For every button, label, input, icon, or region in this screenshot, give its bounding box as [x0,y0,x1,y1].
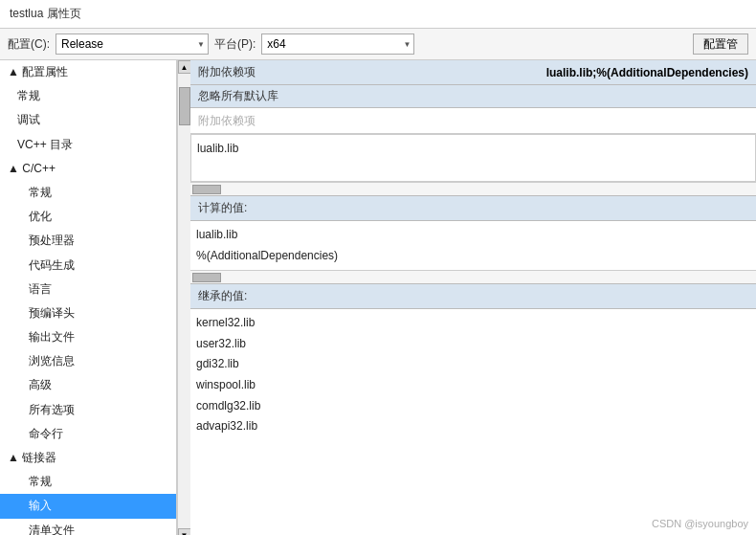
sidebar-item-cpp-output[interactable]: 输出文件 [0,325,176,349]
config-select-wrapper[interactable]: Release [56,33,209,55]
sidebar-item-common[interactable]: 常规 [0,84,176,108]
prop-header-left: 附加依赖项 [198,64,256,80]
config-label: 配置(C): [8,36,50,53]
additional-deps-input[interactable] [190,108,756,133]
title-text: testlua 属性页 [10,7,81,20]
sidebar-item-cpp-lang[interactable]: 语言 [0,278,176,301]
prop-subheader: 忽略所有默认库 [190,85,756,108]
sidebar-item-cpp-common[interactable]: 常规 [0,181,176,205]
title-bar: testlua 属性页 [0,0,756,29]
list-item: lualib.lib [197,139,749,160]
config-row: 配置(C): Release 平台(P): x64 配置管 [0,29,756,60]
sidebar-item-cpp-advanced[interactable]: 高级 [0,373,176,397]
sidebar-item-cpp[interactable]: ▲ C/C++ [0,157,176,181]
prop-header: 附加依赖项 lualib.lib;%(AdditionalDependencie… [190,60,756,85]
scroll-up-arrow[interactable]: ▲ [178,60,191,74]
prop-header-right: lualib.lib;%(AdditionalDependencies) [546,66,748,79]
sidebar-item-cpp-preproc[interactable]: 预处理器 [0,229,176,253]
computed-item: lualib.lib [196,225,750,246]
hscroll-thumb[interactable] [192,185,221,194]
hscroll-bar[interactable] [190,182,756,195]
sidebar-scrollbar[interactable]: ▲ ▼ [177,60,190,535]
hscroll-thumb-2[interactable] [192,273,221,282]
hscroll-bar-2[interactable] [190,270,756,283]
inherited-item: gdi32.lib [196,354,750,375]
config-select[interactable]: Release [56,33,209,55]
computed-item: %(AdditionalDependencies) [196,246,750,267]
sidebar-item-cpp-browse[interactable]: 浏览信息 [0,349,176,373]
inherited-item: kernel32.lib [196,313,750,334]
platform-select[interactable]: x64 [261,33,414,55]
sidebar-wrapper: ▲ 配置属性常规调试VC++ 目录▲ C/C++常规优化预处理器代码生成语言预编… [0,60,190,535]
computed-values: lualib.lib%(AdditionalDependencies) [190,221,756,270]
config-manager-button[interactable]: 配置管 [693,33,748,55]
sidebar-item-linker-input[interactable]: 输入 [0,494,176,518]
sidebar-item-debug[interactable]: 调试 [0,108,176,132]
inherited-item: advapi32.lib [196,416,750,437]
platform-select-wrapper[interactable]: x64 [261,33,414,55]
scroll-thumb[interactable] [179,87,190,125]
sidebar-item-config-props[interactable]: ▲ 配置属性 [0,60,176,84]
sidebar-item-linker-common[interactable]: 常规 [0,470,176,494]
sidebar-item-vc-dir[interactable]: VC++ 目录 [0,133,176,157]
content-panel: 附加依赖项 lualib.lib;%(AdditionalDependencie… [190,60,756,535]
inherited-item: comdlg32.lib [196,396,750,417]
inherited-values: kernel32.libuser32.libgdi32.libwinspool.… [190,309,756,441]
watermark: CSDN @isyoungboy [652,518,748,529]
platform-label: 平台(P): [214,36,256,53]
sidebar: ▲ 配置属性常规调试VC++ 目录▲ C/C++常规优化预处理器代码生成语言预编… [0,60,177,535]
scroll-down-arrow[interactable]: ▼ [178,528,191,535]
main-layout: ▲ 配置属性常规调试VC++ 目录▲ C/C++常规优化预处理器代码生成语言预编… [0,60,756,535]
input-wrapper [190,108,756,134]
sidebar-item-cpp-opt[interactable]: 优化 [0,205,176,229]
inherited-item: winspool.lib [196,375,750,396]
sidebar-item-linker[interactable]: ▲ 链接器 [0,446,176,470]
sidebar-item-cpp-codegen[interactable]: 代码生成 [0,254,176,278]
sidebar-item-cpp-pch[interactable]: 预编译头 [0,301,176,325]
sidebar-item-cpp-cmdline[interactable]: 命令行 [0,422,176,446]
sidebar-item-linker-manifest[interactable]: 清单文件 [0,519,176,535]
sidebar-item-cpp-all[interactable]: 所有选项 [0,398,176,422]
computed-label: 计算的值: [190,195,756,221]
list-area: lualib.lib [190,134,756,182]
inherited-label: 继承的值: [190,283,756,309]
inherited-item: user32.lib [196,334,750,355]
